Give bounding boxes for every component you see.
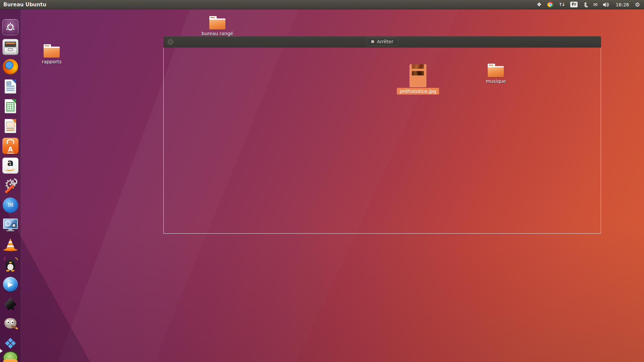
launcher-item-libreoffice-impress[interactable] xyxy=(2,118,18,134)
mail-icon[interactable]: ✉ xyxy=(593,0,598,9)
top-panel: Bureau Ubuntu ❖ ↑↓ Fr ✉ 16:26 ⚙ xyxy=(0,0,644,9)
libreoffice-calc-icon xyxy=(5,99,16,113)
session-gear-icon[interactable]: ⚙ xyxy=(635,0,640,9)
folder-icon xyxy=(44,44,60,58)
media-player-icon: ▶ xyxy=(3,277,18,292)
folder-icon-musique[interactable]: musique xyxy=(466,64,526,84)
libreoffice-writer-icon xyxy=(5,79,16,94)
system-tray: ❖ ↑↓ Fr ✉ 16:26 ⚙ xyxy=(537,0,644,9)
keyboard-layout-indicator[interactable]: Fr xyxy=(570,0,577,9)
firefox-icon xyxy=(3,59,18,74)
desktop-icon-label: bureau rangé xyxy=(201,31,233,36)
launcher-item-inkscape[interactable] xyxy=(2,296,18,312)
launcher-item-dropbox[interactable]: ❖ xyxy=(2,336,18,352)
volume-icon[interactable] xyxy=(603,0,610,9)
movie-player-icon xyxy=(2,217,18,233)
launcher-item-libreoffice-writer[interactable] xyxy=(2,78,18,95)
bluetooth-icon[interactable] xyxy=(583,0,588,9)
launcher-item-media-player[interactable]: ▶ xyxy=(2,276,18,292)
launcher-item-gimp[interactable] xyxy=(2,316,18,332)
vlc-icon xyxy=(2,237,18,253)
desktop-icon-label: rapports xyxy=(36,59,68,64)
launcher-item-amazon[interactable]: a xyxy=(2,158,18,174)
dropbox-tray-icon[interactable]: ❖ xyxy=(537,0,541,9)
file-icon-prehistotice[interactable]: préhistotice.jpg xyxy=(388,62,448,95)
chrome-ball xyxy=(547,2,553,7)
launcher-item-libreoffice-calc[interactable] xyxy=(2,98,18,114)
launcher-item-files[interactable] xyxy=(2,39,18,55)
launcher-item-ubuntu-dash[interactable] xyxy=(2,19,18,35)
launcher-item-movie-player[interactable] xyxy=(2,217,18,233)
desktop: Bureau Ubuntu ❖ ↑↓ Fr ✉ 16:26 ⚙ xyxy=(0,0,644,362)
launcher-item-ubuntu-software[interactable]: A xyxy=(2,138,18,154)
libreoffice-impress-icon xyxy=(5,119,16,133)
folder-icon xyxy=(488,64,504,77)
desktop-icon-bureau-range[interactable]: bureau rangé xyxy=(201,16,233,36)
folder-icon xyxy=(209,16,225,29)
amazon-icon: a xyxy=(2,158,18,174)
folder-label: musique xyxy=(466,78,526,84)
stop-recording-button[interactable]: ■ Arrêter xyxy=(366,37,398,46)
launcher-item-playonlinux[interactable]: P xyxy=(2,358,18,362)
panel-title: Bureau Ubuntu xyxy=(3,2,46,8)
launcher-item-vlc[interactable] xyxy=(2,237,18,253)
launcher-item-firefox[interactable] xyxy=(2,59,18,75)
system-settings-icon: ⚙ xyxy=(2,177,18,193)
files-icon xyxy=(2,39,18,55)
ubuntu-software-icon: A xyxy=(2,138,18,154)
launcher-item-tux-music-app[interactable]: ♪ xyxy=(2,256,18,273)
launcher-item-system-settings[interactable]: ⚙ xyxy=(2,177,18,193)
gimp-icon xyxy=(2,316,18,332)
close-button[interactable]: × xyxy=(167,39,173,45)
window-content: préhistotice.jpg musique xyxy=(163,48,601,234)
ubuntu-dash-icon xyxy=(2,19,18,35)
chrome-tray-icon[interactable] xyxy=(547,0,553,9)
stop-icon: ■ xyxy=(371,40,374,43)
recorder-window: × ■ Arrêter préhistotice.jpg musique xyxy=(163,36,601,234)
inkscape-icon xyxy=(2,296,18,312)
window-titlebar[interactable]: × ■ Arrêter xyxy=(163,36,601,48)
dropbox-icon: ❖ xyxy=(2,336,18,352)
file-label: préhistotice.jpg xyxy=(397,88,439,95)
network-indicator-icon[interactable]: ↑↓ xyxy=(559,0,565,9)
image-file-icon xyxy=(410,64,426,87)
tux-music-app-icon: ♪ xyxy=(2,256,18,273)
stop-button-label: Arrêter xyxy=(377,39,393,44)
thunderbird-icon: ✉ xyxy=(3,197,18,213)
launcher-fold-arrow-icon[interactable] xyxy=(0,349,3,353)
clock[interactable]: 16:26 xyxy=(615,0,629,9)
launcher-item-thunderbird[interactable]: ✉ xyxy=(2,197,18,213)
unity-launcher: A a ⚙ ✉ xyxy=(0,9,21,362)
playonlinux-icon: P xyxy=(2,358,18,362)
desktop-icon-rapports[interactable]: rapports xyxy=(36,44,68,64)
